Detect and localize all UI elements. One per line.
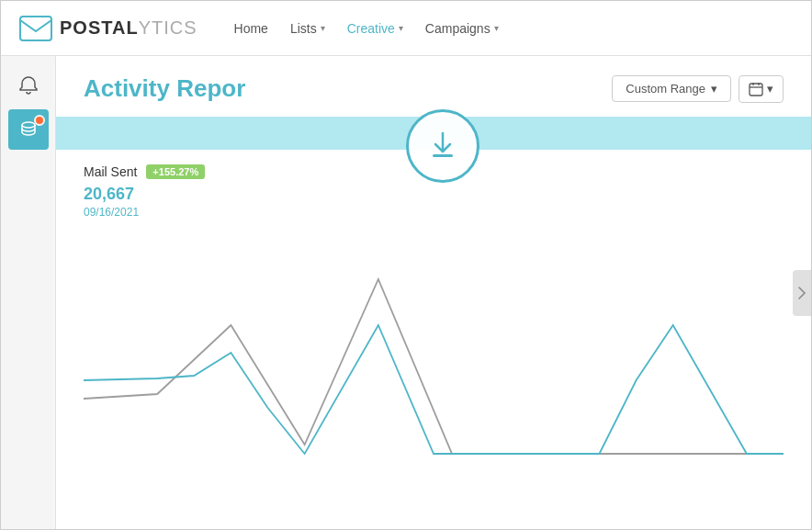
navbar: POSTALYTICS Home Lists ▾ Creative ▾ Camp… [1,1,811,56]
download-button[interactable] [406,109,479,183]
lists-chevron-icon: ▾ [321,23,325,33]
chart-badge: +155.27% [146,164,205,179]
page-title: Activity Repor [84,74,245,103]
svg-rect-0 [20,17,51,40]
logo: POSTALYTICS [19,16,197,41]
app-window: POSTALYTICS Home Lists ▾ Creative ▾ Camp… [0,0,812,530]
calendar-icon [749,82,763,96]
chart-date: 09/16/2021 [84,206,784,219]
notification-badge [34,115,45,126]
creative-chevron-icon: ▾ [399,23,403,33]
sidebar [1,56,56,529]
chart-label: Mail Sent [84,164,137,179]
campaigns-chevron-icon: ▾ [494,23,499,33]
logo-icon [19,16,52,41]
download-icon [426,130,459,163]
right-edge-button[interactable] [793,270,811,316]
calendar-button[interactable]: ▾ [739,75,784,103]
svg-rect-6 [433,154,453,157]
sidebar-item-bell[interactable] [8,65,49,106]
right-chevron-icon [797,286,806,300]
nav-home[interactable]: Home [234,21,268,36]
sidebar-item-db[interactable] [8,109,49,150]
chart-svg [84,233,784,491]
custom-range-label: Custom Range [626,82,705,96]
header-controls: Custom Range ▾ ▾ [612,75,784,103]
calendar-chevron-icon: ▾ [767,82,773,96]
bell-icon [18,75,39,96]
main-area: Activity Repor Custom Range ▾ ▾ [1,56,811,529]
svg-rect-2 [750,84,762,96]
content-header: Activity Repor Custom Range ▾ ▾ [56,56,811,117]
content-panel: Activity Repor Custom Range ▾ ▾ [56,56,811,529]
nav-creative[interactable]: Creative ▾ [347,21,403,36]
nav-links: Home Lists ▾ Creative ▾ Campaigns ▾ [234,21,793,36]
nav-lists[interactable]: Lists ▾ [290,21,325,36]
chart-area: Mail Sent +155.27% 20,667 09/16/2021 [56,150,811,529]
custom-range-chevron-icon: ▾ [711,82,717,96]
svg-point-1 [22,122,35,128]
nav-campaigns[interactable]: Campaigns ▾ [425,21,499,36]
logo-text: POSTALYTICS [60,17,197,39]
custom-range-button[interactable]: Custom Range ▾ [612,75,731,102]
chart-value: 20,667 [84,185,784,204]
